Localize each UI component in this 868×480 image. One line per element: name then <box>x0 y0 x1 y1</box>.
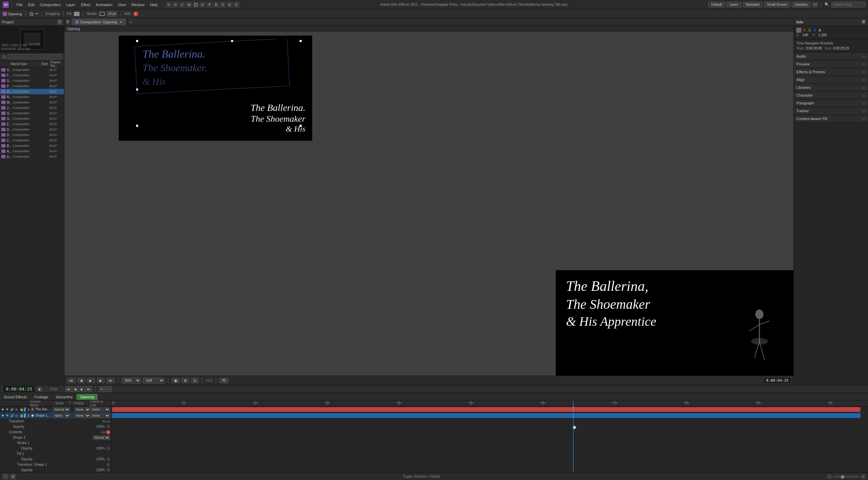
stopwatch-2-9[interactable]: ⊙ <box>106 468 110 472</box>
layer-lock-2[interactable]: 🔓 <box>19 413 24 418</box>
add-button[interactable]: + <box>133 12 138 16</box>
project-item-samantha[interactable]: Samantha Composition 29.97 <box>0 78 64 83</box>
timeline-tab-opening[interactable]: Opening <box>76 394 98 400</box>
zoom-dropdown[interactable]: 50% 100% 25% <box>122 378 141 383</box>
fill-color-swatch[interactable] <box>74 12 79 16</box>
timeline-next-frame[interactable]: ▶ <box>79 386 85 392</box>
layer-prop-2-0[interactable]: Transform Reset <box>0 419 112 424</box>
layer-trk-select-2[interactable]: None <box>74 413 91 418</box>
panel-section-header-libraries[interactable]: Libraries ▷ <box>794 84 868 91</box>
layer-solo-1[interactable]: ⊙ <box>14 407 19 412</box>
project-item-brandon[interactable]: Brandon Composition 29.97 <box>0 143 64 148</box>
layer-prop-2-5[interactable]: Opacity 100% ⊙ <box>0 446 112 451</box>
project-menu-icon[interactable]: ☰ <box>57 20 62 24</box>
layer-prop-2-2[interactable]: Contents Add+ <box>0 429 112 435</box>
prop-expand-2-5[interactable] <box>18 447 21 450</box>
menu-window[interactable]: Window <box>129 2 147 7</box>
tool-type[interactable]: T <box>206 2 212 8</box>
prop-expand-2-2[interactable] <box>5 431 9 434</box>
layer-mode-select-2[interactable]: Alpha <box>53 413 70 418</box>
search-icon[interactable]: 🔍 <box>824 2 830 8</box>
menu-view[interactable]: View <box>116 2 128 7</box>
layer-row-1[interactable]: ▶ 👁 🔊 ⊙ 🔓 1 T The Bal...rentice Normal N… <box>0 406 112 413</box>
stopwatch-2-1[interactable]: ⊙ <box>106 425 110 429</box>
prop-expand-2-9[interactable] <box>18 468 21 472</box>
search-help-input[interactable] <box>831 2 865 7</box>
play-pause[interactable]: ▶ <box>87 378 95 383</box>
timeline-zoom-in[interactable]: + <box>861 475 865 479</box>
layer-expand-2[interactable]: ▶ <box>1 414 5 417</box>
timeline-loop[interactable]: ↻ <box>99 386 105 392</box>
panel-section-header-align[interactable]: Align ▷ <box>794 76 868 83</box>
project-search-input[interactable] <box>7 54 62 59</box>
menu-composition[interactable]: Composition <box>38 2 63 7</box>
tool-puppet[interactable]: P <box>233 2 240 8</box>
workspace-libraries[interactable]: Libraries <box>792 2 811 7</box>
prop-expand-2-8[interactable] <box>14 463 17 466</box>
project-item-sound-effects[interactable]: Sound Effects Composition 29.97 <box>0 67 64 73</box>
panel-section-header-paragraph[interactable]: Paragraph ▷ <box>794 99 868 107</box>
new-layer-btn[interactable]: + <box>3 474 8 479</box>
project-item-dawn[interactable]: Dawn Composition 29.97 <box>0 127 64 132</box>
toggle-switches-label[interactable]: Toggle Switches / Modes <box>403 475 440 478</box>
tool-hand[interactable]: H <box>172 2 178 8</box>
layer-prop-2-8[interactable]: Transform: Shape 1 ⊙ <box>0 462 112 467</box>
panel-section-header-audio[interactable]: Audio ▷ <box>794 53 868 60</box>
stroke-size-input[interactable]: 10 px <box>107 11 117 17</box>
timeline-timecode[interactable]: 0:00:04:25 <box>3 385 35 393</box>
track-bar-1[interactable] <box>112 407 861 412</box>
stopwatch-2-8[interactable]: ⊙ <box>106 463 110 467</box>
right-panel-menu[interactable]: ☰ <box>862 20 865 24</box>
workspace-standard[interactable]: Standard <box>743 2 763 7</box>
comp-tab-close[interactable]: ✕ <box>120 20 122 24</box>
project-item-eva[interactable]: Eva Composition 29.97 <box>0 121 64 127</box>
layer-prop-2-6[interactable]: Fill 1 <box>0 451 112 457</box>
panel-section-header-tracker[interactable]: Tracker ▷ <box>794 107 868 115</box>
prop-expand-2-4[interactable] <box>14 441 17 445</box>
layer-vis-2[interactable]: 👁 <box>5 413 10 418</box>
comp-tab-overflow[interactable]: ≡ <box>127 18 134 25</box>
timeline-zoom-thumb[interactable] <box>841 475 844 479</box>
layer-row-2[interactable]: ▶ 👁 🔊 ⊙ 🔓 2 ⬟ Shape Layer 1 Alpha None N… <box>0 413 112 419</box>
stroke-color-swatch[interactable] <box>99 12 105 16</box>
sub-mode-2-3[interactable]: Normal <box>93 435 110 440</box>
tool-shape-rect[interactable] <box>193 2 199 8</box>
playhead[interactable] <box>573 406 573 473</box>
project-item-guan[interactable]: Guan Composition 29.97 <box>0 111 64 116</box>
timeline-tab-samantha[interactable]: Samantha <box>52 394 76 400</box>
layer-parent-select-1[interactable]: None <box>91 407 110 412</box>
timeline-play-btn[interactable]: ▶ <box>37 386 43 392</box>
menu-animation[interactable]: Animation <box>94 2 114 7</box>
stopwatch-2-5[interactable]: ⊙ <box>106 446 110 451</box>
prop-add-2-2[interactable]: Add <box>100 431 106 434</box>
view-camera[interactable]: 📷 <box>220 378 228 383</box>
workspace-small-screen[interactable]: Small Screen <box>764 2 790 7</box>
tool-rotate[interactable]: W <box>186 2 192 8</box>
prop-add-btn-2-2[interactable]: + <box>106 430 110 434</box>
tool-pen[interactable]: G <box>200 2 206 8</box>
layer-prop-2-3[interactable]: Shape 1 Normal <box>0 435 112 440</box>
prop-expand-2-1[interactable] <box>10 425 13 428</box>
menu-file[interactable]: File <box>15 2 25 7</box>
panel-section-header-content-aware-fill[interactable]: Content-Aware Fill ▷ <box>794 115 868 122</box>
prop-expand-2-0[interactable] <box>5 420 9 423</box>
layer-prop-2-4[interactable]: Stroke 1 <box>0 440 112 446</box>
viewer-options[interactable]: ⊡ <box>191 378 199 383</box>
project-item-peter[interactable]: Peter Composition 29.97 <box>0 83 64 89</box>
panel-section-header-character[interactable]: Character ▷ <box>794 92 868 99</box>
comp-viewer[interactable]: Opening <box>64 26 793 376</box>
timeline-audio[interactable]: ♪ <box>106 386 112 392</box>
quality-dropdown[interactable]: Half Full Quarter <box>143 378 165 383</box>
tool-selection[interactable]: V <box>166 2 172 8</box>
layer-lock-1[interactable]: 🔓 <box>19 407 24 412</box>
workspace-default[interactable]: Default <box>708 2 725 7</box>
timeline-zoom-out[interactable]: - <box>827 475 831 479</box>
timeline-go-end[interactable]: ⏭ <box>86 386 92 392</box>
project-item-david[interactable]: David Composition 29.97 <box>0 132 64 138</box>
project-item-giselle[interactable]: Giselle Composition 29.97 <box>0 116 64 121</box>
layer-expand-1[interactable]: ▶ <box>1 408 5 411</box>
comp-tab-active[interactable]: Composition: Opening ✕ <box>71 18 127 25</box>
layer-audio-1[interactable]: 🔊 <box>10 407 14 412</box>
layer-audio-2[interactable]: 🔊 <box>10 413 14 418</box>
project-item-nicholas[interactable]: Nicholas Composition 29.97 <box>0 94 64 100</box>
